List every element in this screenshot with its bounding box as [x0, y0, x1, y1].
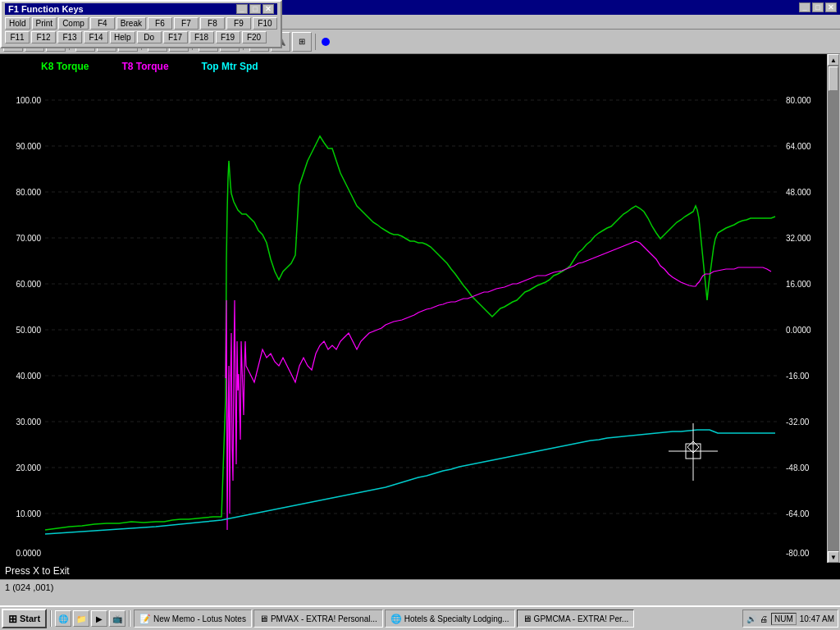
fkey-f20[interactable]: F20 — [242, 31, 267, 43]
fkey-break[interactable]: Break — [116, 17, 146, 30]
fkey-f4[interactable]: F4 — [90, 17, 115, 30]
svg-text:90.000: 90.000 — [16, 142, 41, 151]
svg-text:-80.00: -80.00 — [786, 549, 810, 558]
tray-icon1: 🔊 — [746, 614, 756, 623]
fkeys-row2: F11 F12 F13 F14 Help Do F17 F18 F19 F20 — [5, 31, 277, 43]
svg-text:-48.00: -48.00 — [786, 463, 810, 472]
svg-text:10.000: 10.000 — [16, 509, 41, 518]
svg-text:20.000: 20.000 — [16, 463, 41, 472]
taskbar: ⊞ Start 🌐 📁 ▶ 📺 📝 New Memo - Lotus Notes… — [0, 605, 840, 630]
svg-text:-32.00: -32.00 — [786, 418, 810, 427]
press-exit-bar: Press X to Exit — [0, 563, 840, 579]
system-tray: 🔊 🖨 NUM 10:47 AM — [742, 609, 838, 628]
scrollbar-vertical[interactable]: ▲ ▼ — [827, 54, 840, 563]
taskbar-gpmcma[interactable]: 🖥 GPMCMA - EXTRA! Per... — [517, 609, 635, 628]
fkeys-close[interactable]: ✕ — [262, 4, 274, 14]
taskbar-time: 10:47 AM — [800, 614, 834, 623]
start-label: Start — [20, 614, 40, 623]
fkeys-row1: Hold Print Comp F4 Break F6 F7 F8 F9 F10 — [5, 17, 277, 30]
fkey-do[interactable]: Do — [137, 31, 162, 43]
svg-text:32.000: 32.000 — [786, 234, 811, 243]
legend-top-mtr-spd: Top Mtr Spd — [202, 61, 258, 72]
fkey-comp[interactable]: Comp — [58, 17, 89, 30]
fkey-f14[interactable]: F14 — [84, 31, 108, 43]
legend-k8-torque: K8 Torque — [41, 61, 89, 72]
fkeys-title: F1 Function Keys — [8, 4, 84, 14]
quicklaunch-folder[interactable]: 📁 — [73, 610, 89, 627]
scroll-up[interactable]: ▲ — [828, 54, 839, 66]
window-controls[interactable]: _ □ ✕ — [799, 2, 837, 12]
scroll-thumb[interactable] — [829, 66, 838, 91]
taskbar-hotels-label: Hotels & Specialty Lodging... — [404, 614, 509, 623]
scroll-track[interactable] — [828, 66, 839, 551]
chart-legend: K8 Torque T8 Torque Top Mtr Spd — [41, 61, 258, 72]
fkey-f6[interactable]: F6 — [148, 17, 172, 30]
fkey-f7[interactable]: F7 — [174, 17, 199, 30]
taskbar-hotels[interactable]: 🌐 Hotels & Specialty Lodging... — [385, 609, 515, 628]
start-button[interactable]: ⊞ Start — [2, 609, 47, 628]
fkey-help[interactable]: Help — [110, 31, 135, 43]
fkey-f12[interactable]: F12 — [31, 31, 56, 43]
svg-text:16.000: 16.000 — [786, 280, 811, 289]
fkey-f13[interactable]: F13 — [57, 31, 82, 43]
svg-text:60.000: 60.000 — [16, 280, 41, 289]
coord-bar: 1 (024 ,001) — [0, 579, 840, 594]
fkey-hold[interactable]: Hold — [5, 17, 30, 30]
quicklaunch-ie[interactable]: 🌐 — [55, 610, 71, 627]
svg-text:80.000: 80.000 — [16, 188, 41, 197]
num-lock-indicator: NUM — [771, 613, 797, 625]
fkey-f19[interactable]: F19 — [216, 31, 240, 43]
legend-t8-torque: T8 Torque — [121, 61, 168, 72]
svg-text:0.0000: 0.0000 — [16, 549, 41, 558]
chart-area: ▲ ▼ K8 Torque T8 Torque Top Mtr Spd 100. — [0, 54, 840, 563]
fkey-f17[interactable]: F17 — [163, 31, 188, 43]
maximize-btn[interactable]: □ — [812, 2, 824, 12]
indicator-dot — [322, 38, 330, 46]
quicklaunch-media[interactable]: ▶ — [91, 610, 107, 627]
svg-text:70.000: 70.000 — [16, 234, 41, 243]
taskbar-pmvax-label: PMVAX - EXTRA! Personal... — [271, 614, 377, 623]
fkey-f10[interactable]: F10 — [253, 17, 277, 30]
taskbar-gpmcma-label: GPMCMA - EXTRA! Per... — [534, 614, 629, 623]
tray-icon2: 🖨 — [760, 614, 768, 623]
svg-text:50.000: 50.000 — [16, 326, 41, 335]
fkeys-panel: F1 Function Keys _ □ ✕ Hold Print Comp F… — [0, 0, 282, 48]
svg-text:30.000: 30.000 — [16, 418, 41, 427]
svg-text:80.000: 80.000 — [786, 96, 811, 105]
fkey-f18[interactable]: F18 — [189, 31, 214, 43]
svg-text:40.000: 40.000 — [16, 372, 41, 381]
svg-text:0.0000: 0.0000 — [786, 326, 811, 335]
taskbar-lotus-notes[interactable]: 📝 New Memo - Lotus Notes — [134, 609, 252, 628]
fkeys-maximize[interactable]: □ — [249, 4, 261, 14]
press-exit-text: Press X to Exit — [5, 565, 70, 577]
toolbar-extra1[interactable]: ⊞ — [292, 32, 312, 52]
svg-text:100.00: 100.00 — [16, 96, 41, 105]
fkeys-title-bar: F1 Function Keys _ □ ✕ — [5, 3, 277, 15]
fkey-f9[interactable]: F9 — [226, 17, 251, 30]
scroll-down[interactable]: ▼ — [828, 551, 839, 563]
minimize-btn[interactable]: _ — [799, 2, 810, 12]
svg-text:48.000: 48.000 — [786, 188, 811, 197]
fkey-print[interactable]: Print — [32, 17, 57, 30]
fkey-f8[interactable]: F8 — [200, 17, 225, 30]
fkeys-minimize[interactable]: _ — [236, 4, 248, 14]
taskbar-lotus-label: New Memo - Lotus Notes — [153, 614, 246, 623]
quicklaunch-extra[interactable]: 📺 — [109, 610, 126, 627]
svg-text:-16.00: -16.00 — [786, 372, 810, 381]
chart-svg: 100.00 90.000 80.000 70.000 60.000 50.00… — [0, 54, 827, 563]
svg-text:-64.00: -64.00 — [786, 509, 810, 518]
taskbar-pmvax[interactable]: 🖥 PMVAX - EXTRA! Personal... — [253, 609, 383, 628]
svg-text:64.000: 64.000 — [786, 142, 811, 151]
close-btn[interactable]: ✕ — [825, 2, 837, 12]
fkey-f11[interactable]: F11 — [5, 31, 30, 43]
coordinates: 1 (024 ,001) — [5, 582, 53, 592]
